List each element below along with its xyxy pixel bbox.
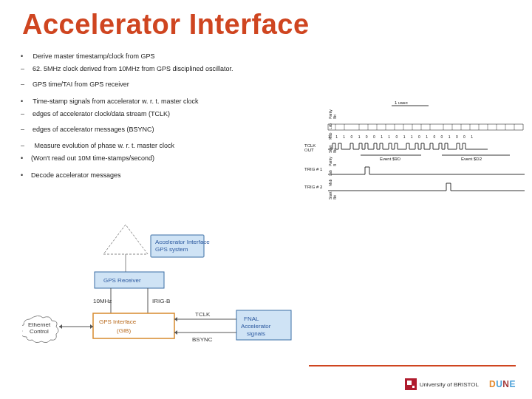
bullet-1: Derive master timestamp/clock from GPS 6… [21, 50, 233, 91]
bd-irigb: IRIG-B [152, 298, 170, 304]
svg-marker-31 [59, 324, 62, 329]
dune-u: U [496, 379, 502, 389]
bristol-crest-icon [405, 378, 417, 390]
footer-logos: University of BRISTOL DUNE [405, 378, 516, 390]
bullet-2-1: edges of accelerator clock/data stream (… [21, 108, 233, 120]
dune-d: D [489, 379, 496, 389]
svg-rect-28 [93, 313, 174, 338]
timing-diagram: 1 usec Start Bit Msb Lsb Parity B Start … [306, 103, 528, 200]
bristol-text: University of BRISTOL [420, 381, 479, 388]
bd-top2: GPS system [155, 246, 188, 253]
bd-eth1: Ethernet [28, 321, 51, 328]
bullet-2-3: Measure evolution of phase w. r. t. mast… [21, 140, 233, 165]
page-title: Accelerator Interface [22, 9, 310, 41]
bd-fnal1: FNAL [244, 316, 259, 322]
bd-eth2: Control [30, 328, 49, 335]
timing-waveforms [325, 103, 528, 200]
bd-top1: Accelerator Interface [155, 239, 210, 245]
bd-tclk: TCLK [195, 311, 211, 318]
bullet-3: Decode accelerator messages [21, 169, 233, 182]
bullet-2-text: Time-stamp signals from accelerator w. r… [33, 98, 198, 105]
bd-fnal2: Accelerator [241, 323, 271, 330]
bristol-logo: University of BRISTOL [405, 378, 479, 390]
bd-gpsrx: GPS Receiver [103, 277, 141, 284]
bullet-1-1: 62. 5MHz clock derived from 10MHz from G… [21, 63, 233, 75]
dune-e: E [509, 379, 516, 389]
bullet-2: Time-stamp signals from accelerator w. r… [21, 95, 233, 164]
bullet-1-2: GPS time/TAI from GPS receiver [21, 78, 233, 91]
bullet-list: Derive master timestamp/clock from GPS 6… [21, 50, 233, 186]
block-diagram-svg: Accelerator Interface GPS system GPS Rec… [22, 222, 332, 362]
bullet-2-2: edges of accelerator messages (BSYNC) [21, 123, 233, 136]
row-label-tclk: TCLK OUT [304, 143, 325, 152]
bd-gib1: GPS Interface [99, 318, 137, 325]
bd-10mhz: 10MHz [93, 298, 112, 304]
bullet-2-3-text: Measure evolution of phase w. r. t. mast… [35, 142, 175, 149]
dune-logo: DUNE [489, 379, 516, 389]
slide-root: Accelerator Interface Derive master time… [0, 0, 532, 399]
bd-fnal3: signals [247, 330, 265, 337]
bullet-1-text: Derive master timestamp/clock from GPS [33, 52, 155, 60]
bd-gib2: (GIB) [117, 327, 131, 334]
footer-rule [309, 365, 516, 366]
row-label-trig1: TRIG # 1 [304, 167, 325, 171]
block-diagram: Accelerator Interface GPS system GPS Rec… [22, 222, 332, 362]
bullet-2-3-1: (Won't read out 10M time-stamps/second) [21, 152, 233, 165]
row-label-trig2: TRIG # 2 [304, 185, 325, 189]
bd-bsync: BSYNC [192, 336, 213, 343]
